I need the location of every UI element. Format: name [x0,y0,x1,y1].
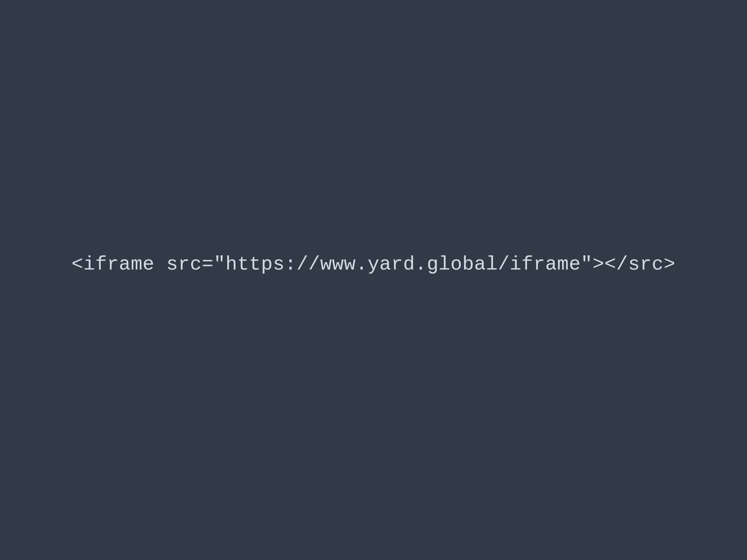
code-snippet: <iframe src="https://www.yard.global/ifr… [72,253,676,276]
